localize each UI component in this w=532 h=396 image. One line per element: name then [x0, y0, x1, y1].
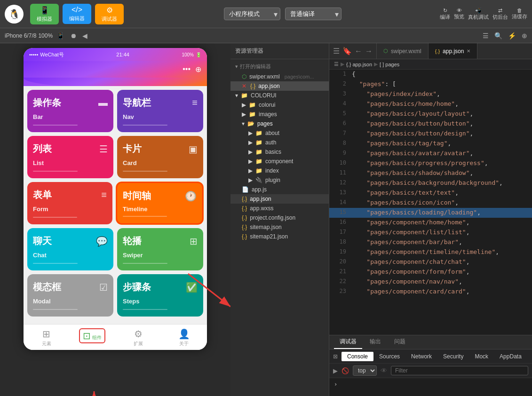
- chat-icon: 💬: [96, 236, 108, 247]
- tab-output[interactable]: 输出: [364, 335, 387, 349]
- resource-manager-header: 资源管理器: [230, 43, 329, 59]
- modal-icon: ☑: [99, 282, 108, 293]
- images-folder[interactable]: ▶ 📁 images: [230, 110, 329, 119]
- list-card[interactable]: 列表 ☰ List: [27, 136, 113, 178]
- tab-app-json[interactable]: {.} app.json ✕: [429, 43, 478, 59]
- timeline-card[interactable]: 时间轴 🕐 Timeline: [116, 182, 203, 224]
- sitemap-file[interactable]: {.} sitemap.json: [230, 222, 329, 232]
- nav-item-extensions[interactable]: ⚙ 扩展: [115, 325, 161, 350]
- app-js-file[interactable]: 📄 app.js: [230, 185, 329, 194]
- more-circle-icon[interactable]: ⊕: [195, 65, 201, 74]
- open-editors-chevron: ▾: [235, 63, 238, 70]
- console-filter-input[interactable]: [391, 366, 528, 375]
- compile-select[interactable]: 普通编译: [285, 8, 341, 20]
- tab-debugger[interactable]: 调试器: [334, 335, 362, 349]
- phone-icon[interactable]: 📱: [56, 32, 64, 40]
- console-eye-icon[interactable]: 👁: [381, 367, 387, 374]
- app-logo: 🐧: [5, 5, 24, 24]
- app-json-file[interactable]: {.} app.json: [230, 194, 329, 204]
- tab-problems[interactable]: 问题: [389, 335, 411, 349]
- security-tab[interactable]: Security: [437, 352, 469, 361]
- mode-select[interactable]: 小程序模式: [224, 8, 280, 20]
- second-toolbar-right-icons: ☰ 🔍 ⚡ ⊕: [483, 32, 527, 40]
- app-wxss-file[interactable]: {.} app.wxss: [230, 204, 329, 213]
- audio-icon[interactable]: ◀: [82, 32, 87, 40]
- pages-folder[interactable]: ▾ 📂 pages: [230, 119, 329, 128]
- sort-icon[interactable]: ⚡: [508, 32, 516, 40]
- modal-card[interactable]: 模态框 ☑ Modal: [27, 274, 113, 317]
- nav-card[interactable]: 导航栏 ≡ Nav: [117, 90, 203, 132]
- form-card[interactable]: 表单 ≡ Form: [27, 182, 112, 224]
- dots-icon[interactable]: •••: [183, 65, 191, 74]
- line-num-3: 3: [333, 89, 346, 99]
- card-card[interactable]: 卡片 ▣ Card: [117, 136, 203, 178]
- console-tab-active[interactable]: Console: [341, 352, 373, 361]
- line-7-content: "pages/basics/button/design",: [352, 129, 528, 139]
- code-area[interactable]: 1 { 2 "pages": [ 3 "pages/index/index", …: [329, 70, 532, 335]
- sitemap21-name: sitemap21.json: [250, 233, 288, 240]
- project-config-file[interactable]: {.} project.config.json: [230, 213, 329, 222]
- line-num-8: 8: [333, 139, 346, 149]
- line-num-11: 11: [333, 168, 346, 178]
- breadcrumb-pages[interactable]: [ ] pages: [380, 62, 399, 67]
- menu-icon[interactable]: ☰: [333, 47, 340, 55]
- battery-icon: 🔋: [196, 52, 201, 57]
- console-block-btn[interactable]: 🚫: [341, 367, 349, 374]
- about-folder[interactable]: ▶ 📁 about: [230, 128, 329, 138]
- wxml-file-icon: ⬡: [242, 73, 246, 80]
- line-num-16: 16: [333, 218, 346, 228]
- index-folder[interactable]: ▶ 📁 index: [230, 166, 329, 175]
- background-btn[interactable]: ⇄ 切后台: [492, 8, 508, 21]
- basics-folder[interactable]: ▶ 📁 basics: [230, 147, 329, 157]
- back-icon[interactable]: ←: [355, 47, 362, 55]
- record-icon[interactable]: ⏺: [70, 32, 77, 40]
- tab-swiper-wxml[interactable]: ⬡ swiper.wxml: [377, 43, 429, 59]
- component-folder[interactable]: ▶ 📁 component: [230, 157, 329, 166]
- bookmark-icon[interactable]: 🔖: [342, 47, 352, 55]
- simulator-button[interactable]: 📱 模拟器: [30, 4, 59, 24]
- add-icon[interactable]: ☰: [483, 32, 489, 40]
- real-machine-btn[interactable]: 📲 真机调试: [468, 8, 489, 21]
- breadcrumb-app-json[interactable]: {.} app.json: [346, 62, 372, 67]
- pages-folder-name: pages: [257, 120, 273, 127]
- line-num-20: 20: [333, 257, 346, 267]
- nav-item-elements[interactable]: ⊞ 元素: [24, 325, 70, 350]
- colorui-sub-chevron: ▶: [242, 102, 246, 108]
- appdata-tab[interactable]: AppData: [494, 352, 527, 361]
- auth-folder[interactable]: ▶ 📁 auth: [230, 138, 329, 147]
- steps-card[interactable]: 步骤条 ✅ Steps: [117, 274, 203, 317]
- compile-btn[interactable]: ↻ 编译: [440, 8, 450, 21]
- bar-card[interactable]: 操作条 ▬ Bar: [27, 90, 113, 132]
- swiper-card[interactable]: 轮播 ⊞ Swiper: [117, 228, 203, 270]
- more-icon[interactable]: ⊕: [522, 32, 527, 40]
- editor-button[interactable]: </> 编辑器: [63, 4, 91, 24]
- colorui-sub-folder[interactable]: ▶ 📁 colorui: [230, 100, 329, 110]
- nav-item-components[interactable]: ⊡ 组件: [70, 325, 116, 350]
- tab-close-btn[interactable]: ✕: [467, 48, 470, 54]
- code-line-14: 14 "pages/basics/icon/icon",: [329, 198, 532, 208]
- sitemap21-file[interactable]: {.} sitemap21.json: [230, 232, 329, 241]
- nav-item-about[interactable]: 👤 关于: [161, 325, 207, 350]
- preview-btn[interactable]: 👁 预览: [454, 8, 464, 20]
- images-folder-name: images: [259, 111, 277, 118]
- background-icon: ⇄: [498, 8, 502, 14]
- console-run-btn[interactable]: ▶: [333, 367, 338, 374]
- form-card-top: 表单 ≡: [33, 189, 107, 201]
- line-15-content: "pages/basics/loading/loading",: [352, 208, 528, 218]
- open-file-swiper-wxml[interactable]: ⬡ swiper.wxml pages\com...: [230, 72, 329, 81]
- plugin-folder[interactable]: ▶ 🔌 plugin: [230, 175, 329, 185]
- network-tab[interactable]: Network: [405, 352, 437, 361]
- console-expand-icon[interactable]: ⊠: [333, 353, 338, 360]
- sources-tab[interactable]: Sources: [373, 352, 405, 361]
- mock-tab[interactable]: Mock: [469, 352, 494, 361]
- search-icon[interactable]: 🔍: [494, 32, 502, 40]
- steps-en: Steps: [123, 298, 198, 305]
- console-context-select[interactable]: top: [353, 365, 377, 376]
- chat-card[interactable]: 聊天 💬 Chat: [27, 228, 113, 270]
- project-config-icon: {.}: [242, 214, 247, 221]
- colorui-folder[interactable]: ▾ 📁 COLORUI: [230, 91, 329, 100]
- clear-btn[interactable]: 🗑 清缓存: [512, 8, 527, 20]
- debugger-button[interactable]: ⚙ 调试器: [95, 4, 124, 24]
- open-file-app-json[interactable]: ✕ {.} app.json: [230, 81, 329, 91]
- forward-icon[interactable]: →: [365, 47, 373, 55]
